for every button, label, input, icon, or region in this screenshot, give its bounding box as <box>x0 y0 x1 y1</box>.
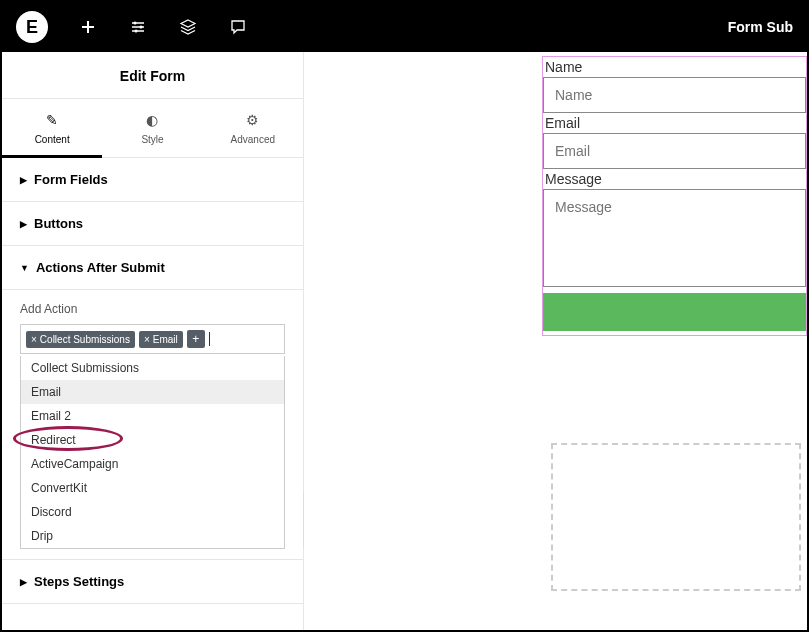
tab-advanced[interactable]: ⚙ Advanced <box>203 99 303 157</box>
svg-point-0 <box>134 22 137 25</box>
panel-title: Edit Form <box>2 52 303 99</box>
section-steps-settings[interactable]: ▶ Steps Settings <box>2 559 303 604</box>
dropdown-item-drip[interactable]: Drip <box>21 524 284 548</box>
dropdown-item-activecampaign[interactable]: ActiveCampaign <box>21 452 284 476</box>
tab-label: Content <box>35 134 70 145</box>
name-input[interactable] <box>543 77 806 113</box>
topbar: E Form Sub <box>2 2 807 52</box>
section-label: Buttons <box>34 216 83 231</box>
caret-down-icon: ▼ <box>20 263 29 273</box>
section-buttons[interactable]: ▶ Buttons <box>2 202 303 246</box>
contrast-icon: ◐ <box>146 112 158 128</box>
dropdown-item-convertkit[interactable]: ConvertKit <box>21 476 284 500</box>
tab-content[interactable]: ✎ Content <box>2 99 102 158</box>
section-form-fields[interactable]: ▶ Form Fields <box>2 158 303 202</box>
canvas: Name Email Message <box>304 52 807 630</box>
dropdown-item-email[interactable]: Email <box>21 380 284 404</box>
dropdown-item-email-2[interactable]: Email 2 <box>21 404 284 428</box>
name-label: Name <box>543 57 806 77</box>
section-label: Steps Settings <box>34 574 124 589</box>
email-input[interactable] <box>543 133 806 169</box>
tab-label: Advanced <box>231 134 275 145</box>
sidebar: Edit Form ✎ Content ◐ Style ⚙ Advanced ▶… <box>2 52 304 630</box>
pencil-icon: ✎ <box>46 112 58 128</box>
settings-icon[interactable] <box>128 17 148 37</box>
layers-icon[interactable] <box>178 17 198 37</box>
caret-right-icon: ▶ <box>20 175 27 185</box>
comment-icon[interactable] <box>228 17 248 37</box>
close-icon[interactable]: × <box>31 334 37 345</box>
add-token-button[interactable]: + <box>187 330 205 348</box>
section-actions-after-submit[interactable]: ▼ Actions After Submit <box>2 246 303 290</box>
dropdown-item-discord[interactable]: Discord <box>21 500 284 524</box>
token-label: Email <box>153 334 178 345</box>
text-cursor <box>209 332 210 346</box>
form-preview[interactable]: Name Email Message <box>542 56 807 336</box>
email-label: Email <box>543 113 806 133</box>
token-email[interactable]: × Email <box>139 331 183 348</box>
section-label: Actions After Submit <box>36 260 165 275</box>
token-collect-submissions[interactable]: × Collect Submissions <box>26 331 135 348</box>
add-action-dropdown[interactable]: Collect Submissions Email Email 2 Redire… <box>20 356 285 549</box>
message-textarea[interactable] <box>543 189 806 287</box>
gear-icon: ⚙ <box>246 112 259 128</box>
add-icon[interactable] <box>78 17 98 37</box>
tabs: ✎ Content ◐ Style ⚙ Advanced <box>2 99 303 158</box>
submit-button[interactable] <box>543 293 806 331</box>
caret-right-icon: ▶ <box>20 577 27 587</box>
svg-point-2 <box>135 30 138 33</box>
caret-right-icon: ▶ <box>20 219 27 229</box>
tab-style[interactable]: ◐ Style <box>102 99 202 157</box>
section-label: Form Fields <box>34 172 108 187</box>
elementor-logo[interactable]: E <box>16 11 48 43</box>
close-icon[interactable]: × <box>144 334 150 345</box>
tab-label: Style <box>141 134 163 145</box>
message-label: Message <box>543 169 806 189</box>
token-label: Collect Submissions <box>40 334 130 345</box>
topbar-right-text: Form Sub <box>728 19 793 35</box>
dropdown-item-collect-submissions[interactable]: Collect Submissions <box>21 356 284 380</box>
add-action-tokenbox[interactable]: × Collect Submissions × Email + <box>20 324 285 354</box>
dropdown-item-redirect[interactable]: Redirect <box>21 428 284 452</box>
drop-zone[interactable] <box>551 443 801 591</box>
add-action-label: Add Action <box>2 290 303 324</box>
svg-point-1 <box>140 26 143 29</box>
